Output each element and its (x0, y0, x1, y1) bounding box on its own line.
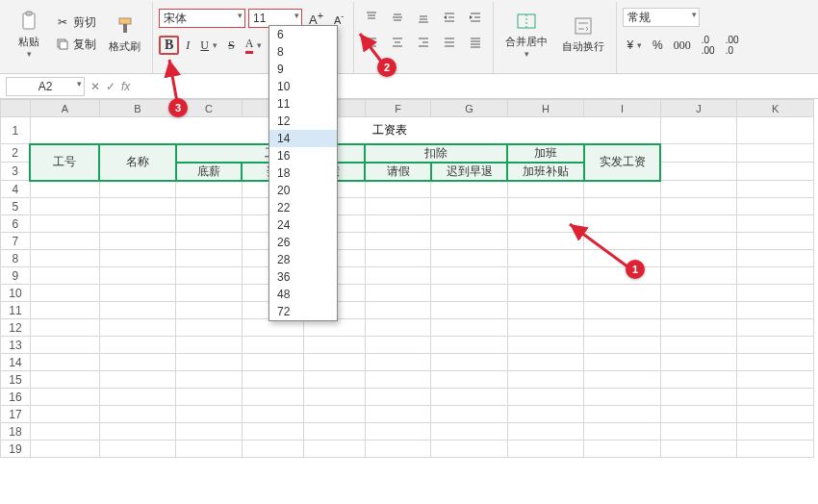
copy-button[interactable]: 复制 (51, 35, 100, 55)
cell[interactable] (242, 371, 303, 389)
row-header[interactable]: 14 (1, 354, 31, 371)
cell[interactable] (431, 389, 508, 406)
cell[interactable] (660, 389, 737, 406)
cell[interactable] (30, 285, 99, 302)
cell[interactable] (737, 250, 814, 267)
cell[interactable] (365, 423, 430, 441)
sheet-table[interactable]: A B C D E F G H I J K 1王工资表2工号名称工扣除加班实发工… (0, 99, 814, 458)
cell[interactable] (737, 267, 814, 285)
cell[interactable] (737, 389, 814, 406)
cell[interactable] (737, 423, 814, 441)
cell[interactable] (584, 389, 661, 406)
cell[interactable] (176, 337, 242, 354)
cell[interactable] (431, 441, 508, 458)
cell[interactable] (30, 302, 99, 319)
cell[interactable] (660, 144, 737, 163)
title-cell[interactable]: 王工资表 (30, 117, 660, 144)
cell[interactable] (303, 389, 365, 406)
cell[interactable] (303, 371, 365, 389)
cell[interactable] (176, 250, 242, 267)
underline-button[interactable]: U▾ (196, 37, 221, 55)
cell[interactable] (99, 198, 176, 215)
cell[interactable] (660, 319, 737, 337)
cell[interactable] (507, 337, 584, 354)
cell[interactable] (431, 181, 508, 198)
row-header[interactable]: 2 (1, 144, 31, 163)
cell[interactable] (99, 371, 176, 389)
cell[interactable] (507, 319, 584, 337)
format-painter-button[interactable]: 格式刷 (103, 9, 146, 58)
font-size-option[interactable]: 18 (269, 164, 337, 182)
cell[interactable] (176, 389, 242, 406)
cell[interactable] (365, 319, 430, 337)
cell[interactable] (431, 406, 508, 423)
row-header[interactable]: 7 (1, 233, 31, 250)
cell[interactable] (507, 285, 584, 302)
font-name-combo[interactable]: 宋体 ▾ (159, 9, 245, 28)
font-size-option[interactable]: 10 (269, 78, 337, 95)
currency-button[interactable]: ¥▾ (623, 37, 646, 54)
cell[interactable] (365, 233, 430, 250)
cell[interactable] (99, 319, 176, 337)
cell[interactable] (242, 406, 303, 423)
cell[interactable] (737, 144, 814, 163)
paste-button[interactable]: 粘贴 ▾ (10, 4, 48, 63)
cell[interactable] (30, 371, 99, 389)
cell[interactable] (584, 181, 661, 198)
cell[interactable] (30, 354, 99, 371)
select-all-corner[interactable] (1, 100, 31, 117)
cell[interactable] (30, 250, 99, 267)
cell[interactable] (431, 319, 508, 337)
cell[interactable] (660, 354, 737, 371)
cell[interactable] (507, 441, 584, 458)
cell[interactable]: 加班 (507, 144, 584, 163)
bold-button[interactable]: B (159, 36, 179, 55)
font-size-option[interactable]: 6 (269, 26, 337, 43)
cell[interactable] (30, 233, 99, 250)
cell[interactable] (737, 181, 814, 198)
cell[interactable] (431, 198, 508, 215)
cell[interactable] (242, 389, 303, 406)
cell[interactable] (584, 302, 661, 319)
font-color-button[interactable]: A▾ (242, 35, 267, 56)
cell[interactable] (242, 337, 303, 354)
cell[interactable] (303, 337, 365, 354)
row-header[interactable]: 9 (1, 267, 31, 285)
merge-center-button[interactable]: 合并居中 ▾ (499, 4, 553, 63)
cell[interactable] (431, 250, 508, 267)
font-size-dropdown[interactable]: 6891011121416182022242628364872 (268, 25, 338, 321)
cell[interactable] (176, 198, 242, 215)
cell[interactable] (99, 406, 176, 423)
cell[interactable] (30, 267, 99, 285)
cell[interactable] (30, 423, 99, 441)
cell[interactable]: 名称 (99, 144, 176, 181)
cell[interactable] (30, 441, 99, 458)
cell[interactable] (365, 267, 430, 285)
cell[interactable]: 工号 (30, 144, 99, 181)
cell[interactable] (176, 319, 242, 337)
cell[interactable]: 迟到早退 (431, 163, 508, 181)
align-top-button[interactable] (360, 8, 383, 27)
cell[interactable] (365, 389, 430, 406)
justify-button[interactable] (438, 33, 461, 52)
row-header[interactable]: 16 (1, 389, 31, 406)
cell[interactable] (99, 250, 176, 267)
cell[interactable] (365, 302, 430, 319)
cell[interactable] (431, 337, 508, 354)
indent-dec-button[interactable] (438, 8, 461, 27)
cell[interactable] (99, 285, 176, 302)
font-size-option[interactable]: 12 (269, 113, 337, 130)
font-size-option[interactable]: 36 (269, 268, 337, 286)
cell[interactable] (431, 423, 508, 441)
align-middle-button[interactable] (386, 8, 409, 27)
cell[interactable] (660, 371, 737, 389)
dec-decimal-button[interactable]: .00.0 (722, 33, 743, 58)
cell[interactable] (584, 371, 661, 389)
inc-decimal-button[interactable]: .0.00 (698, 33, 719, 58)
font-size-option[interactable]: 28 (269, 251, 337, 268)
cell[interactable] (737, 117, 814, 144)
cell[interactable] (242, 441, 303, 458)
cell[interactable] (507, 302, 584, 319)
cell[interactable] (660, 250, 737, 267)
cell[interactable] (242, 423, 303, 441)
